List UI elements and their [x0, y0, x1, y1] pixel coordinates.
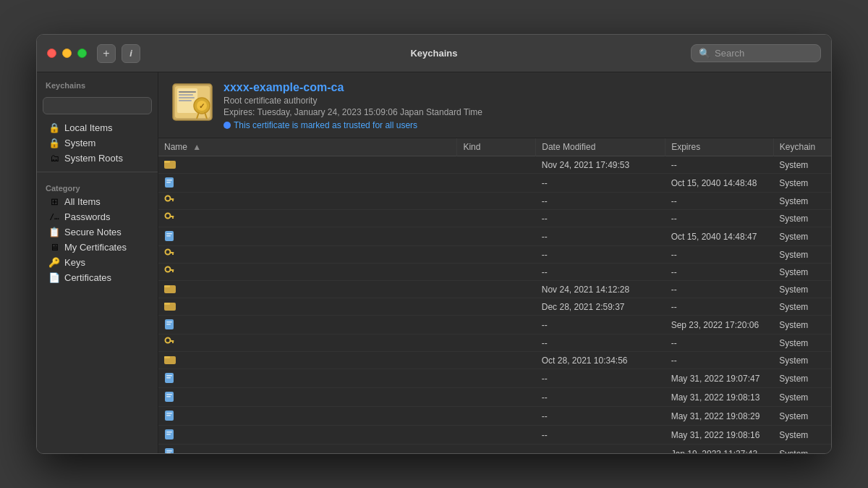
cert-trusted-text: This certificate is marked as trusted fo… [234, 120, 417, 130]
col-header-kind[interactable]: Kind [457, 138, 536, 156]
svg-rect-22 [172, 217, 174, 219]
cell-keychain: System [773, 210, 831, 227]
svg-rect-43 [164, 356, 170, 358]
add-icon: + [103, 47, 109, 60]
sidebar-item-my-certificates[interactable]: 🖥 My Certificates [40, 240, 155, 255]
svg-rect-46 [166, 377, 171, 379]
svg-rect-33 [164, 285, 170, 287]
window-title: Keychains [410, 48, 457, 59]
cell-name [158, 210, 457, 227]
sidebar-item-system[interactable]: 🔒 System [40, 135, 155, 151]
table-row[interactable]: Oct 28, 2021 10:34:56 -- System [158, 352, 831, 369]
sidebar-item-keys[interactable]: 🔑 Keys [40, 255, 155, 270]
col-header-name[interactable]: Name ▲ [158, 138, 457, 156]
cell-date: Dec 28, 2021 2:59:37 [536, 298, 665, 316]
password-icon: /… [48, 212, 60, 222]
cell-keychain: System [773, 426, 831, 445]
table-row[interactable]: Dec 28, 2021 2:59:37 -- System [158, 298, 831, 316]
cell-keychain: System [773, 246, 831, 264]
table-row[interactable]: -- May 31, 2022 19:08:16 System [158, 426, 831, 445]
cell-date: -- [536, 246, 665, 264]
cell-expires: Oct 15, 2040 14:48:47 [665, 227, 774, 246]
svg-rect-24 [166, 233, 172, 235]
cert-title: xxxx-example-com-ca [224, 81, 818, 94]
cell-expires: -- [665, 298, 774, 316]
sidebar: Keychains 🔒 Local Items 🔒 System 🗂 Syste… [37, 72, 158, 453]
sidebar-item-certificates[interactable]: 📄 Certificates [40, 270, 155, 285]
svg-point-20 [166, 214, 171, 219]
cell-kind [457, 156, 536, 174]
search-input[interactable] [715, 48, 813, 59]
svg-rect-38 [166, 324, 171, 325]
svg-rect-6 [179, 100, 192, 101]
cell-date: -- [536, 174, 665, 193]
sidebar-item-secure-notes[interactable]: 📋 Secure Notes [40, 224, 155, 240]
col-header-keychain[interactable]: Keychain [773, 138, 831, 156]
sidebar-search-input[interactable] [49, 101, 145, 111]
sidebar-item-label: System Roots [64, 153, 123, 164]
cell-keychain: System [773, 156, 831, 174]
svg-rect-51 [166, 413, 172, 414]
cell-name [158, 445, 457, 454]
info-button[interactable]: i [122, 44, 140, 63]
traffic-lights [47, 49, 87, 58]
svg-rect-31 [172, 271, 174, 272]
sort-arrow-icon: ▲ [192, 142, 201, 152]
cell-expires: May 31, 2022 19:08:29 [665, 407, 774, 426]
main-content: Keychains 🔒 Local Items 🔒 System 🗂 Syste… [37, 72, 831, 453]
svg-rect-37 [166, 321, 172, 323]
cell-keychain: System [773, 264, 831, 281]
col-header-date[interactable]: Date Modified [536, 138, 665, 156]
svg-rect-19 [172, 200, 174, 201]
table-row[interactable]: Nov 24, 2021 14:12:28 -- System [158, 281, 831, 298]
sidebar-divider [37, 172, 158, 172]
svg-rect-28 [172, 253, 174, 255]
table-row[interactable]: -- -- System [158, 210, 831, 227]
table-row[interactable]: -- -- System [158, 193, 831, 210]
col-header-expires[interactable]: Expires [665, 138, 774, 156]
sidebar-item-all-items[interactable]: ⊞ All Items [40, 194, 155, 209]
table-row[interactable]: -- Jan 19, 2023 11:27:43 System [158, 445, 831, 454]
table-row[interactable]: -- Oct 15, 2040 14:48:48 System [158, 174, 831, 193]
cell-date: -- [536, 426, 665, 445]
table-row[interactable]: -- May 31, 2022 19:08:13 System [158, 388, 831, 407]
add-button[interactable]: + [97, 44, 116, 63]
table-row[interactable]: -- May 31, 2022 19:08:29 System [158, 407, 831, 426]
sidebar-item-label: My Certificates [64, 242, 127, 253]
cell-date: -- [536, 407, 665, 426]
table-row[interactable]: -- Sep 23, 2022 17:20:06 System [158, 316, 831, 335]
col-expires-label: Expires [671, 142, 700, 152]
table-container[interactable]: Name ▲ Kind Date Modified Expires [158, 138, 831, 453]
cell-expires: -- [665, 335, 774, 352]
sidebar-item-passwords[interactable]: /… Passwords [40, 209, 155, 224]
cell-name [158, 298, 457, 316]
cell-kind [457, 445, 536, 454]
minimize-button[interactable] [62, 49, 72, 58]
cell-keychain: System [773, 281, 831, 298]
table-row[interactable]: -- -- System [158, 246, 831, 264]
cell-kind [457, 407, 536, 426]
svg-rect-4 [179, 94, 193, 96]
sidebar-item-system-roots[interactable]: 🗂 System Roots [40, 151, 155, 166]
maximize-button[interactable] [77, 49, 87, 58]
cell-kind [457, 426, 536, 445]
cell-keychain: System [773, 174, 831, 193]
cell-date: Nov 24, 2021 14:12:28 [536, 281, 665, 298]
svg-rect-3 [179, 91, 196, 93]
cell-date: -- [536, 210, 665, 227]
table-row[interactable]: -- -- System [158, 264, 831, 281]
table-row[interactable]: -- -- System [158, 335, 831, 352]
sidebar-item-local-items[interactable]: 🔒 Local Items [40, 120, 155, 135]
table-row[interactable]: Nov 24, 2021 17:49:53 -- System [158, 156, 831, 174]
cell-name [158, 388, 457, 407]
cell-expires: -- [665, 281, 774, 298]
cell-date: -- [536, 445, 665, 454]
cell-expires: -- [665, 264, 774, 281]
table-row[interactable]: -- Oct 15, 2040 14:48:47 System [158, 227, 831, 246]
svg-rect-49 [166, 396, 171, 397]
cell-date: -- [536, 227, 665, 246]
table-row[interactable]: -- May 31, 2022 19:07:47 System [158, 369, 831, 388]
lock-icon: 🔒 [48, 138, 60, 148]
cell-expires: Sep 23, 2022 17:20:06 [665, 316, 774, 335]
close-button[interactable] [47, 49, 56, 58]
